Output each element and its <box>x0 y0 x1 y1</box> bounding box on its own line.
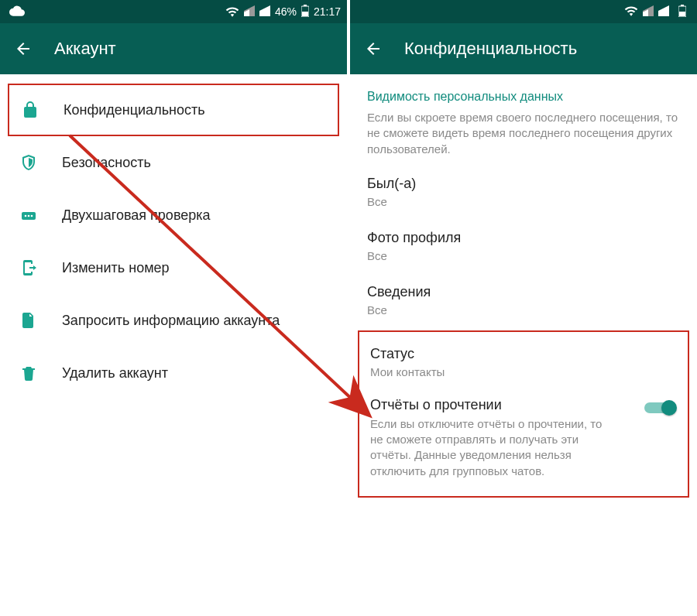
setting-profile-photo[interactable]: Фото профиля Все <box>350 219 697 273</box>
document-icon <box>19 310 39 330</box>
battery-text: 46% <box>275 5 297 18</box>
setting-description: Если вы отключите отчёты о прочтении, то… <box>370 416 603 479</box>
signal2-icon <box>658 5 669 19</box>
shield-icon <box>19 152 39 173</box>
setting-title: Статус <box>370 346 677 362</box>
setting-last-seen[interactable]: Был(-а) Все <box>350 165 697 219</box>
account-list: Конфиденциальность Безопасность Двухшаго… <box>0 74 347 399</box>
cloud-icon <box>9 5 25 19</box>
item-label: Двухшаговая проверка <box>62 207 211 224</box>
item-request-info[interactable]: Запросить информацию аккаунта <box>0 294 347 347</box>
wifi-icon <box>225 6 239 17</box>
item-label: Конфиденциальность <box>64 102 205 118</box>
phone-account: 46% 21:17 Аккаунт Конфиденциальность <box>0 0 347 616</box>
lock-icon <box>20 100 40 120</box>
item-delete-account[interactable]: Удалить аккаунт <box>0 347 347 399</box>
item-change-number[interactable]: Изменить номер <box>0 241 347 294</box>
appbar-title: Аккаунт <box>54 39 116 59</box>
svg-rect-1 <box>304 5 307 6</box>
svg-point-6 <box>31 215 33 217</box>
item-label: Удалить аккаунт <box>62 365 168 382</box>
item-two-step[interactable]: Двухшаговая проверка <box>0 189 347 241</box>
item-label: Запросить информацию аккаунта <box>62 313 280 329</box>
battery-icon <box>301 5 309 19</box>
svg-rect-8 <box>681 5 684 6</box>
setting-title: Отчёты о прочтении <box>370 397 637 413</box>
back-button[interactable] <box>14 39 33 58</box>
setting-title: Сведения <box>367 284 680 300</box>
status-bar-left: 46% 21:17 <box>0 0 347 23</box>
setting-status[interactable]: Статус Мои контакты <box>359 337 688 388</box>
wifi-icon <box>624 5 638 19</box>
appbar-left: Аккаунт <box>0 23 347 74</box>
status-bar-right <box>350 0 697 23</box>
section-description: Если вы скроете время своего последнего … <box>350 110 697 165</box>
appbar-right: Конфиденциальность <box>350 23 697 74</box>
dots-icon <box>19 205 39 225</box>
setting-value: Все <box>367 195 680 208</box>
setting-value: Все <box>367 303 680 317</box>
item-label: Изменить номер <box>62 260 170 276</box>
setting-value: Все <box>367 249 680 262</box>
phone-privacy: Конфиденциальность Видимость персональны… <box>350 0 697 616</box>
item-label: Безопасность <box>62 155 151 171</box>
setting-value: Мои контакты <box>370 365 677 378</box>
highlighted-settings: Статус Мои контакты Отчёты о прочтении Е… <box>358 330 689 498</box>
appbar-title: Конфиденциальность <box>404 39 577 59</box>
svg-point-4 <box>25 215 27 217</box>
setting-title: Фото профиля <box>367 230 680 246</box>
time-text: 21:17 <box>314 5 341 18</box>
item-security[interactable]: Безопасность <box>0 136 347 189</box>
section-header: Видимость персональных данных <box>350 74 697 110</box>
setting-read-receipts[interactable]: Отчёты о прочтении Если вы отключите отч… <box>359 388 688 488</box>
svg-rect-9 <box>679 12 685 16</box>
battery-icon <box>678 5 686 19</box>
signal2-icon <box>259 5 270 19</box>
item-privacy[interactable]: Конфиденциальность <box>8 84 339 136</box>
setting-title: Был(-а) <box>367 176 680 192</box>
signal-icon <box>643 5 654 19</box>
read-receipts-toggle[interactable] <box>644 399 677 417</box>
signal-icon <box>244 5 255 19</box>
trash-icon <box>19 363 39 383</box>
svg-rect-2 <box>302 12 308 16</box>
setting-about[interactable]: Сведения Все <box>350 273 697 327</box>
phone-change-icon <box>19 258 39 278</box>
svg-point-5 <box>28 215 30 217</box>
back-button[interactable] <box>364 39 383 58</box>
